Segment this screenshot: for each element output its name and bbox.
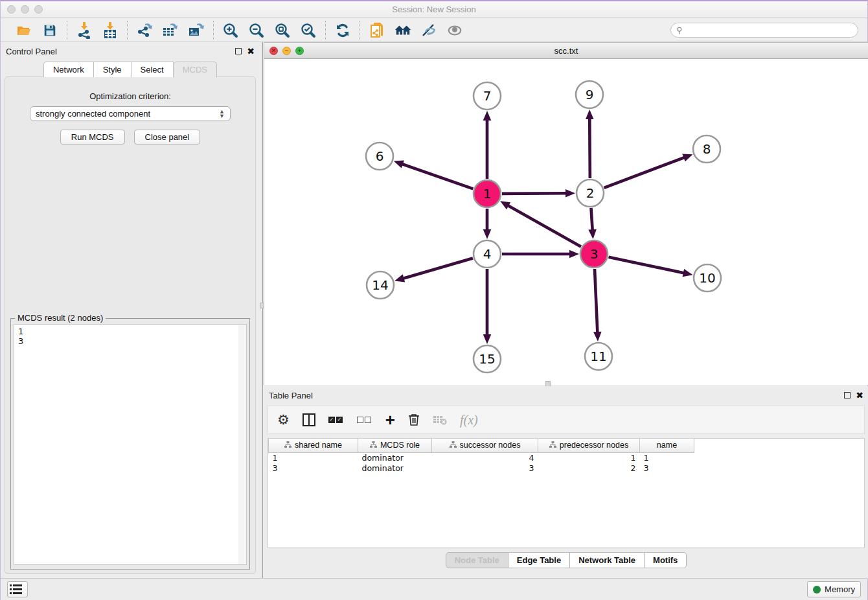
tab-network-table[interactable]: Network Table: [570, 552, 645, 568]
network-window-titlebar: ✕ − + scc.txt: [264, 43, 868, 59]
memory-label: Memory: [825, 584, 855, 594]
table-cell[interactable]: dominator: [358, 463, 432, 473]
zoom-selected-icon[interactable]: [300, 22, 317, 39]
table-cell[interactable]: 1: [640, 452, 694, 463]
memory-button[interactable]: Memory: [807, 581, 861, 597]
edge-arrowhead: [682, 154, 692, 162]
zoom-out-icon[interactable]: [248, 22, 265, 39]
home-icon[interactable]: [394, 22, 411, 39]
table-settings-gear-icon[interactable]: ⚙: [277, 412, 290, 428]
mcds-result-title: MCDS result (2 nodes): [15, 313, 106, 323]
graph-node-label: 7: [483, 88, 492, 104]
run-mcds-button[interactable]: Run MCDS: [60, 130, 125, 144]
zoom-in-icon[interactable]: [222, 22, 239, 39]
export-image-icon[interactable]: [188, 22, 205, 39]
float-panel-icon[interactable]: [235, 48, 242, 54]
graph-node-label: 10: [699, 270, 715, 286]
table-panel-title: Table Panel: [269, 391, 313, 400]
close-panel-button[interactable]: Close panel: [134, 130, 201, 144]
edge-2-9[interactable]: [589, 117, 590, 178]
mcds-result-group: MCDS result (2 nodes) 1 3: [10, 318, 250, 570]
tab-select[interactable]: Select: [131, 62, 174, 77]
graph-node-label: 2: [586, 185, 595, 201]
add-column-icon[interactable]: +: [385, 413, 395, 426]
edge-1-6[interactable]: [401, 164, 473, 189]
edge-2-3[interactable]: [591, 208, 592, 231]
edge-3-1[interactable]: [507, 205, 580, 247]
import-table-icon[interactable]: [102, 22, 119, 39]
table-panel: Table Panel ✖ ⚙ ✓✓ + f(x) shared nameMCD…: [264, 386, 868, 579]
close-panel-icon[interactable]: ✖: [247, 48, 255, 54]
save-session-icon[interactable]: [41, 22, 58, 39]
column-header-successor-nodes[interactable]: successor nodes: [432, 439, 538, 452]
edge-2-8[interactable]: [604, 157, 686, 188]
mcds-tab-content: Optimization criterion: strongly connect…: [5, 76, 256, 574]
application-window: Session: New Session: [0, 0, 868, 600]
search-box[interactable]: ⚲: [670, 23, 858, 38]
tab-mcds[interactable]: MCDS: [174, 62, 217, 77]
eye-icon[interactable]: [446, 22, 463, 39]
table-cell[interactable]: 3: [640, 463, 694, 473]
zoom-fit-icon[interactable]: [274, 22, 291, 39]
mcds-result-textarea[interactable]: 1 3: [14, 324, 247, 565]
result-scrollbar[interactable]: [238, 325, 246, 564]
table-row[interactable]: 1dominator411: [269, 452, 694, 463]
graph-node-label: 4: [483, 246, 492, 262]
table-cell[interactable]: 1: [269, 452, 358, 463]
tab-network[interactable]: Network: [43, 62, 94, 77]
table-cell[interactable]: 4: [432, 452, 538, 463]
edge-4-14[interactable]: [402, 258, 473, 279]
unselect-all-columns-icon[interactable]: [357, 417, 372, 423]
network-window-title: scc.txt: [264, 46, 868, 56]
window-titlebar: Session: New Session: [1, 1, 867, 18]
tab-motifs[interactable]: Motifs: [645, 552, 687, 568]
table-cell[interactable]: 1: [538, 452, 640, 463]
export-network-icon[interactable]: [136, 22, 153, 39]
table-cell[interactable]: 3: [432, 463, 538, 473]
tab-style[interactable]: Style: [94, 62, 131, 77]
float-table-panel-icon[interactable]: [844, 392, 851, 398]
column-header-predecessor-nodes[interactable]: predecessor nodes: [538, 439, 640, 452]
edge-1-2[interactable]: [502, 193, 567, 194]
edge-arrowhead: [394, 161, 404, 168]
graph-node-label: 8: [703, 141, 711, 157]
tab-edge-table[interactable]: Edge Table: [508, 552, 570, 568]
edge-arrowhead: [483, 229, 492, 239]
graph-node-label: 15: [479, 351, 495, 367]
optimization-criterion-select[interactable]: strongly connected component ▲▼: [30, 106, 231, 121]
table-tabs: Node TableEdge TableNetwork TableMotifs: [264, 552, 868, 568]
open-file-icon[interactable]: [16, 22, 32, 39]
task-history-button[interactable]: [7, 581, 28, 597]
column-header-shared-name[interactable]: shared name: [269, 439, 358, 452]
export-table-icon[interactable]: [162, 22, 179, 39]
tab-node-table[interactable]: Node Table: [446, 552, 508, 568]
edge-3-10[interactable]: [609, 257, 685, 273]
edge-arrowhead: [569, 250, 579, 259]
select-all-columns-icon[interactable]: ✓✓: [328, 417, 344, 423]
memory-status-icon: [813, 586, 821, 594]
network-canvas[interactable]: 7968124314101511: [264, 59, 868, 385]
table-row[interactable]: 3dominator323: [269, 463, 694, 473]
table-cell[interactable]: 3: [269, 463, 358, 473]
import-network-icon[interactable]: [76, 22, 93, 39]
table-cell[interactable]: 2: [538, 463, 640, 473]
edge-3-11[interactable]: [595, 269, 597, 334]
column-header-MCDS-role[interactable]: MCDS role: [358, 439, 432, 452]
table-toolbar: ⚙ ✓✓ + f(x): [268, 406, 865, 434]
delete-column-icon[interactable]: [408, 413, 420, 426]
column-header-name[interactable]: name: [640, 439, 694, 452]
window-title: Session: New Session: [1, 5, 867, 14]
network-graph[interactable]: 7968124314101511: [264, 59, 868, 385]
hide-panel-icon[interactable]: [420, 22, 437, 39]
table-cell[interactable]: dominator: [358, 452, 432, 463]
task-list-icon: [13, 584, 22, 594]
clone-network-icon[interactable]: [369, 22, 385, 39]
graph-node-label: 1: [483, 186, 492, 202]
show-columns-icon[interactable]: [303, 413, 315, 426]
edge-arrowhead: [593, 332, 602, 341]
refresh-icon[interactable]: [334, 22, 351, 39]
node-table: shared nameMCDS rolesuccessor nodesprede…: [268, 438, 865, 548]
graph-node-label: 6: [376, 148, 384, 164]
close-table-panel-icon[interactable]: ✖: [856, 392, 863, 398]
search-input[interactable]: [685, 26, 852, 35]
